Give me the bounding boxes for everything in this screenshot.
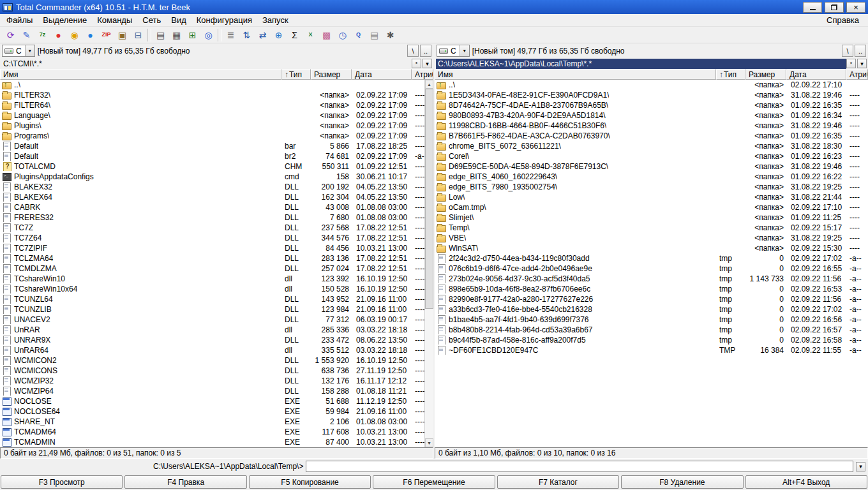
file-row[interactable]: b9c44f5b-87ad-458e-816c-aff9a200f7d5tmp0… xyxy=(435,335,868,345)
quick-search-icon[interactable]: Q xyxy=(350,27,366,42)
file-row[interactable]: 2f24c3d2-d750-44ea-b434-119c80f30addtmp0… xyxy=(435,253,868,264)
alt-f4-exit-button[interactable]: Alt+F4 Выход xyxy=(745,475,867,489)
refresh-icon[interactable]: ⟳ xyxy=(3,27,19,42)
history-button[interactable]: * xyxy=(412,59,421,68)
file-row[interactable]: WCMICON2DLL1 553 92016.10.19 12:50---- xyxy=(0,355,433,366)
file-row[interactable]: FILTER32\<папка>02.09.22 17:09---- xyxy=(0,90,433,100)
print-icon[interactable]: ≣ xyxy=(223,27,239,42)
file-row[interactable]: B7B661F5-F862-4DAE-A3CA-C2DAB0763970\<па… xyxy=(435,131,868,141)
file-row[interactable]: TC7Z64DLL344 57617.08.22 12:51---- xyxy=(0,233,433,243)
file-row[interactable]: BLAKEX32DLL200 19204.05.22 13:50---- xyxy=(0,182,433,192)
opera-icon[interactable]: ● xyxy=(50,27,66,42)
file-row[interactable]: UnRAR64dll335 51203.03.22 18:18---- xyxy=(0,345,433,355)
file-row[interactable]: TCshareWin10x64dll150 52816.10.19 12:50-… xyxy=(0,284,433,294)
file-row[interactable]: ..\<папка>02.09.22 17:10 xyxy=(435,80,868,90)
scroll-down-icon[interactable]: ▼ xyxy=(425,438,433,447)
quick-view-icon[interactable]: ◎ xyxy=(200,27,216,42)
excel-icon[interactable]: X xyxy=(303,27,318,42)
drive-dropdown-arrow[interactable]: ▾ xyxy=(460,45,469,56)
hotlist-button[interactable]: ▾ xyxy=(857,59,867,68)
column-header[interactable]: Имя xyxy=(435,69,716,80)
file-row[interactable]: TCshareWin10dll123 39216.10.19 12:50---- xyxy=(0,274,433,284)
settings-icon[interactable]: ✱ xyxy=(382,27,398,42)
file-row[interactable]: WCMICONSDLL638 73627.11.19 12:50---- xyxy=(0,366,433,376)
drive-dropdown-arrow[interactable]: ▾ xyxy=(25,45,34,56)
file-row[interactable]: TC7ZDLL237 56817.08.22 12:51---- xyxy=(0,223,433,233)
file-row[interactable]: WCMZIP32DLL132 17616.11.17 12:12---- xyxy=(0,376,433,386)
column-header[interactable]: Атрибу xyxy=(846,69,868,80)
menu-item-help[interactable]: Справка xyxy=(819,15,867,26)
chrome-icon[interactable]: ◉ xyxy=(66,27,82,42)
f5-copy-button[interactable]: F5 Копирование xyxy=(249,475,371,489)
command-history-dropdown[interactable]: ▾ xyxy=(856,462,865,471)
menu-item[interactable]: Выделение xyxy=(38,15,92,26)
file-row[interactable]: TCUNZLIBDLL123 98421.09.16 11:00---- xyxy=(0,304,433,315)
file-row[interactable]: b1bae4b5-aa7f-4fd1-9b40-639d699f7376tmp0… xyxy=(435,315,868,325)
menu-item[interactable]: Файлы xyxy=(1,15,38,26)
file-row[interactable]: TOTALCMDCHM550 31101.09.22 12:51---- xyxy=(0,161,433,172)
column-header[interactable]: ↑Тип xyxy=(281,69,311,80)
right-path-bar[interactable]: C:\Users\ALEKSA~1\AppData\Local\Temp\*.*… xyxy=(435,58,868,69)
column-header[interactable]: Дата xyxy=(786,69,846,80)
file-row[interactable]: PluginsAppdataConfigscmd15830.06.21 10:1… xyxy=(0,172,433,182)
column-header[interactable]: Дата xyxy=(352,69,412,80)
f6-move-button[interactable]: F6 Перемещение xyxy=(373,475,495,489)
menu-item[interactable]: Команды xyxy=(92,15,137,26)
tree-view-icon[interactable]: ⊞ xyxy=(184,27,200,42)
minimize-button[interactable] xyxy=(803,2,822,13)
title-bar[interactable]: Total Commander (x64) 10.51 - H.T.M. ter… xyxy=(0,0,868,14)
file-row[interactable]: 82990e8f-9177-42a0-a280-17277627e226tmp0… xyxy=(435,294,868,304)
colors-icon[interactable]: ▩ xyxy=(318,27,334,42)
file-row[interactable]: Corel\<папка>01.09.22 16:23---- xyxy=(435,151,868,161)
file-row[interactable]: a33b6cd3-7fe0-416e-bbe4-5540cb216328tmp0… xyxy=(435,304,868,315)
vertical-scrollbar[interactable]: ▲ ▼ xyxy=(424,80,433,447)
file-row[interactable]: FILTER64\<папка>02.09.22 17:09---- xyxy=(0,100,433,110)
column-header[interactable]: ↑Тип xyxy=(716,69,745,80)
f3-view-button[interactable]: F3 Просмотр xyxy=(1,475,123,489)
unpack-icon[interactable]: ⊟ xyxy=(130,27,146,42)
app-icon[interactable] xyxy=(3,3,13,11)
hotlist-button[interactable]: ▾ xyxy=(423,59,432,68)
file-row[interactable]: SHARE_NTEXE2 10601.08.08 03:00---- xyxy=(0,417,433,427)
menu-item[interactable]: Сеть xyxy=(137,15,166,26)
menu-item[interactable]: Конфигурация xyxy=(191,15,257,26)
f4-edit-button[interactable]: F4 Правка xyxy=(124,475,246,489)
brief-view-icon[interactable]: ▤ xyxy=(153,27,168,42)
file-row[interactable]: BLAKEX64DLL162 30404.05.22 13:50---- xyxy=(0,192,433,202)
file-row[interactable]: chrome_BITS_6072_636611221\<папка>31.08.… xyxy=(435,141,868,151)
file-row[interactable]: NOCLOSE64EXE59 98421.09.16 11:00---- xyxy=(0,406,433,417)
drive-selector[interactable]: C ▾ xyxy=(2,45,35,57)
file-row[interactable]: 076c6b19-d6f6-47ce-add4-2b0e0496ae9etmp0… xyxy=(435,264,868,274)
scroll-up-icon[interactable]: ▲ xyxy=(425,80,433,89)
file-row[interactable]: 273b024e-9056-4d37-9c30-acf5d3f40da5tmp1… xyxy=(435,274,868,284)
close-button[interactable]: × xyxy=(846,2,865,13)
command-input[interactable] xyxy=(306,461,853,472)
menu-item[interactable]: Вид xyxy=(166,15,191,26)
column-header[interactable]: Имя xyxy=(0,69,281,80)
drive-selector[interactable]: C ▾ xyxy=(437,45,470,57)
edge-icon[interactable]: ● xyxy=(82,27,98,42)
file-row[interactable]: Defaultbr274 68102.09.22 17:09-a-- xyxy=(0,151,433,161)
file-row[interactable]: UNACEV2DLL77 31206.03.19 00:17---- xyxy=(0,315,433,325)
pack-icon[interactable]: ▣ xyxy=(114,27,130,42)
checksum-icon[interactable]: Σ xyxy=(287,27,303,42)
history-button[interactable]: * xyxy=(846,59,856,68)
file-row[interactable]: TCMADMINEXE87 40010.03.21 13:00---- xyxy=(0,437,433,447)
file-row[interactable]: ~DF60FE1CBD120E947CTMP16 38402.09.22 11:… xyxy=(435,345,868,355)
ftp-icon[interactable]: ⇅ xyxy=(239,27,255,42)
parent-dir-button[interactable]: .. xyxy=(855,45,866,57)
file-row[interactable]: 1E5D3434-0FAE-48E2-91CF-E390A0FCD9A1\<па… xyxy=(435,90,868,100)
file-row[interactable]: WinSAT\<папка>02.09.22 15:30---- xyxy=(435,243,868,253)
file-row[interactable]: Low\<папка>31.08.22 21:44---- xyxy=(435,192,868,202)
file-row[interactable]: 11998CBD-16BB-4664-BB0F-4466C51B30F6\<па… xyxy=(435,121,868,131)
restore-button[interactable] xyxy=(825,2,844,13)
file-row[interactable]: TCMADM64EXE117 60810.03.21 13:00---- xyxy=(0,427,433,437)
notepad-icon[interactable]: ▤ xyxy=(366,27,382,42)
file-row[interactable]: 8D74642A-75CF-4DAE-A1B8-237067B9A65B\<па… xyxy=(435,100,868,110)
file-row[interactable]: edge_BITS_4060_1602229643\<папка>01.09.2… xyxy=(435,172,868,182)
clock-icon[interactable]: ◷ xyxy=(334,27,350,42)
f8-delete-button[interactable]: F8 Удаление xyxy=(621,475,743,489)
file-row[interactable]: Temp\<папка>02.09.22 15:17---- xyxy=(435,223,868,233)
file-row[interactable]: TCUNZL64DLL143 95221.09.16 11:00---- xyxy=(0,294,433,304)
file-row[interactable]: b8b480b8-2214-4fab-964d-cd53a39a6b67tmp0… xyxy=(435,325,868,335)
